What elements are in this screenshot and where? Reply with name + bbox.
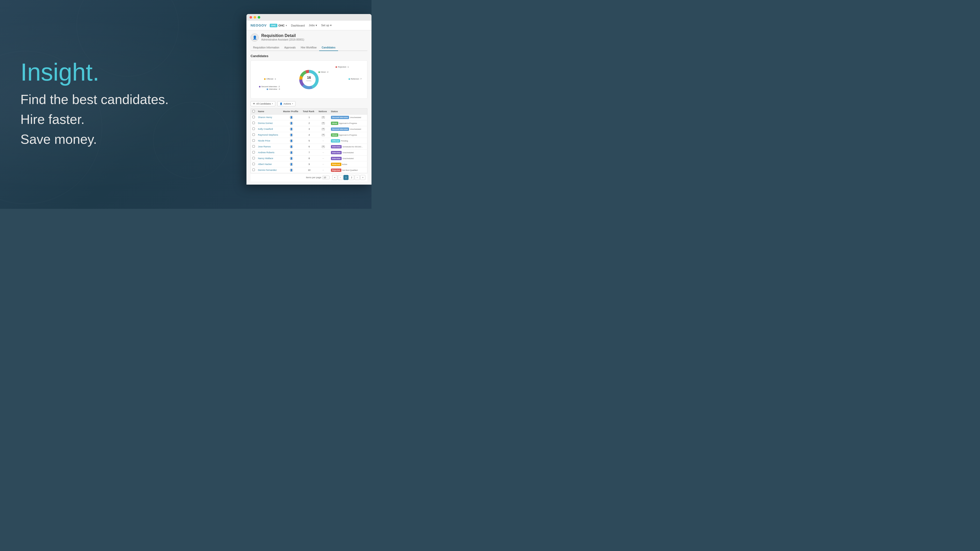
candidate-name[interactable]: Raymond Stephens [256, 132, 282, 138]
tagline-1: Find the best candidates. [21, 89, 169, 110]
items-per-page-control: Items per page 10 25 50 [306, 176, 329, 179]
candidate-name[interactable]: Nancy Wallace [256, 156, 282, 161]
app-badge-name: OHC [278, 24, 285, 27]
svg-text:TOTAL: TOTAL [306, 80, 312, 82]
select-all-checkbox[interactable] [252, 110, 255, 113]
profile-icon[interactable]: 👤 [290, 168, 293, 172]
master-profile-cell: 👤 [282, 138, 301, 144]
row-checkbox-0[interactable] [252, 116, 255, 118]
status-text: Approval In-Progress [339, 122, 357, 124]
status-cell: InterviewScheduled for 05/19/2... [329, 144, 368, 150]
tab-hire-workflow[interactable]: Hire Workflow [298, 44, 319, 51]
status-badge: Rejected [331, 168, 341, 172]
requisition-title: Requisition Detail [261, 33, 304, 38]
notices-cell [317, 126, 329, 132]
table-row: Donna Gomez👤2HiredApproval In-Progress [251, 120, 368, 126]
row-checkbox-2[interactable] [252, 127, 255, 130]
page-2-button[interactable]: 2 [349, 175, 354, 180]
actions-chevron-icon: ▾ [292, 103, 293, 105]
rank-cell: 6 [301, 144, 317, 150]
nav-dashboard[interactable]: Dashboard [291, 24, 305, 27]
profile-icon[interactable]: 👤 [290, 127, 293, 131]
profile-icon[interactable]: 👤 [290, 151, 293, 154]
minimize-dot[interactable] [254, 16, 256, 19]
header-master-profile[interactable]: Master Profile [282, 109, 301, 114]
rank-cell: 7 [301, 150, 317, 156]
close-dot[interactable] [250, 16, 252, 19]
row-checkbox-8[interactable] [252, 163, 255, 165]
requisition-header: 👤 Requisition Detail Administrative Assi… [251, 33, 368, 41]
status-badge: Interview [331, 151, 342, 154]
profile-icon[interactable]: 👤 [290, 139, 293, 143]
master-profile-cell: 👤 [282, 114, 301, 120]
items-per-page-label: Items per page [306, 176, 321, 179]
candidate-name[interactable]: Andrew Roberts [256, 150, 282, 156]
filter-chevron-icon: ▾ [272, 103, 273, 105]
row-checkbox-6[interactable] [252, 151, 255, 154]
page-last-button[interactable]: » [360, 175, 365, 180]
notices-cell [317, 144, 329, 150]
header-notices[interactable]: Notices [317, 109, 329, 114]
table-row: Albert Hacker👤9--ReferredActive [251, 161, 368, 167]
profile-icon[interactable]: 👤 [290, 157, 293, 160]
tab-approvals[interactable]: Approvals [282, 44, 298, 51]
profile-icon[interactable]: 👤 [290, 162, 293, 166]
svg-text:16: 16 [307, 75, 311, 79]
rank-cell: 3 [301, 126, 317, 132]
rank-cell: 9 [301, 161, 317, 167]
mail-icon[interactable] [322, 116, 325, 119]
page-1-button[interactable]: 1 [344, 175, 348, 180]
row-checkbox-9[interactable] [252, 168, 255, 171]
profile-icon[interactable]: 👤 [290, 121, 293, 125]
master-profile-cell: 👤 [282, 150, 301, 156]
filter-label: All Candidates [256, 103, 271, 105]
mail-icon[interactable] [322, 146, 325, 148]
items-per-page-select[interactable]: 10 25 50 [322, 176, 329, 179]
header-status[interactable]: Status [329, 109, 368, 114]
row-checkbox-3[interactable] [252, 133, 255, 136]
mail-icon[interactable] [322, 122, 325, 124]
actions-button[interactable]: 👤 Actions ▾ [277, 101, 296, 106]
filter-all-candidates[interactable]: 👁 All Candidates ▾ [251, 101, 275, 106]
profile-icon[interactable]: 👤 [290, 145, 293, 148]
mail-icon[interactable] [322, 128, 325, 130]
hero-taglines: Find the best candidates. Hire faster. S… [21, 89, 169, 149]
tab-candidates[interactable]: Candidates [319, 44, 338, 51]
row-checkbox-7[interactable] [252, 157, 255, 159]
table-row: Sharon Henry👤1Second InterviewUnschedule… [251, 114, 368, 120]
legend-interview: Interview : 3 [267, 88, 280, 90]
row-checkbox-1[interactable] [252, 122, 255, 124]
table-row: Nancy Wallace👤8--InterviewUnscheduled [251, 156, 368, 161]
page-prev-button[interactable]: ‹ [338, 175, 343, 180]
mail-icon[interactable] [322, 134, 325, 136]
candidate-name[interactable]: Nicole Price [256, 138, 282, 144]
nav-setup[interactable]: Set up ▾ [321, 24, 332, 27]
status-text: Active [342, 163, 347, 165]
row-checkbox-4[interactable] [252, 139, 255, 142]
candidate-name[interactable]: Albert Hacker [256, 161, 282, 167]
profile-icon[interactable]: 👤 [290, 116, 293, 119]
table-row: Dennis Fernandez👤10--RejectedNot Best Qu… [251, 167, 368, 173]
candidate-name[interactable]: Jose Ramos [256, 144, 282, 150]
nav-jobs[interactable]: Jobs ▾ [309, 24, 317, 27]
candidate-name[interactable]: Dennis Fernandez [256, 167, 282, 173]
status-badge: Second Interview [331, 127, 349, 131]
page-next-button[interactable]: › [355, 175, 360, 180]
page-first-button[interactable]: « [332, 175, 337, 180]
notices-cell: -- [317, 150, 329, 156]
candidate-name[interactable]: Donna Gomez [256, 120, 282, 126]
status-cell: HiredApproval In-Progress [329, 120, 368, 126]
header-name[interactable]: Name [256, 109, 282, 114]
row-checkbox-5[interactable] [252, 145, 255, 148]
chart-wrapper: Rejected : 1 Hired : 2 Offered : 1 Secon… [254, 64, 364, 95]
rank-cell: 8 [301, 156, 317, 161]
candidate-name[interactable]: Kelly Crawford [256, 126, 282, 132]
header-checkbox[interactable] [251, 109, 257, 114]
candidate-name[interactable]: Sharon Henry [256, 114, 282, 120]
header-total-rank[interactable]: Total Rank [301, 109, 317, 114]
profile-icon[interactable]: 👤 [290, 133, 293, 137]
app-chevron-icon[interactable]: ▾ [286, 24, 287, 27]
donut-chart-svg: 16 TOTAL [298, 68, 320, 91]
fullscreen-dot[interactable] [258, 16, 260, 19]
tab-requisition-information[interactable]: Requisition Information [251, 44, 282, 51]
